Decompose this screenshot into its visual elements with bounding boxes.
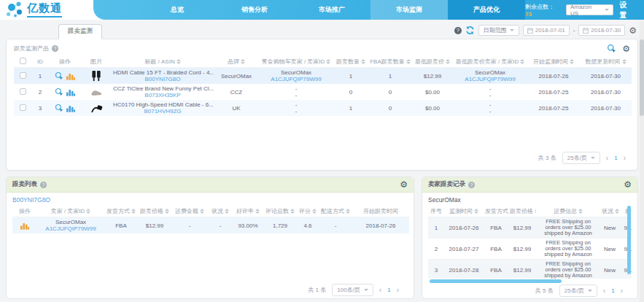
sort-icon[interactable]: [446, 59, 450, 64]
view-detail-icon[interactable]: [55, 88, 63, 96]
asin-link[interactable]: B00YNI7G8O: [145, 76, 181, 82]
sort-icon[interactable]: [535, 209, 536, 214]
gear-icon[interactable]: ⚙: [622, 44, 630, 53]
sort-icon[interactable]: [326, 59, 330, 64]
seller-id-link[interactable]: A1CJUFQIP79W99: [45, 225, 96, 232]
nav-item-sales-analysis[interactable]: 销售分析: [216, 0, 293, 20]
row-checkbox[interactable]: [20, 72, 26, 79]
tab-follow-monitor[interactable]: 跟卖监测: [58, 24, 102, 39]
chart-icon[interactable]: [20, 222, 29, 230]
col-price[interactable]: 跟卖价格: [138, 206, 171, 217]
sort-icon[interactable]: [361, 59, 365, 64]
sort-icon[interactable]: [474, 209, 478, 214]
selected-asin-link[interactable]: B00YNI7G8O: [12, 196, 408, 204]
page-size-select[interactable]: 25条/页: [562, 152, 600, 164]
nav-item-market-monitor[interactable]: 市场监测: [371, 0, 448, 20]
help-icon[interactable]: ?: [454, 27, 462, 34]
view-detail-icon[interactable]: [55, 71, 63, 80]
date-start-input[interactable]: 2018-07-01: [523, 25, 570, 36]
col-reviews[interactable]: 评论总数: [263, 206, 297, 217]
col-brand[interactable]: 品牌: [214, 56, 259, 68]
sort-icon[interactable]: [176, 59, 181, 64]
sort-icon[interactable]: [346, 209, 350, 214]
gear-icon[interactable]: ⚙: [400, 180, 408, 189]
sort-icon[interactable]: [406, 59, 411, 64]
prev-page-button[interactable]: ‹: [606, 155, 608, 162]
date-range-button[interactable]: 日期范围: [478, 25, 519, 36]
chart-icon[interactable]: [66, 88, 75, 96]
col-start-time[interactable]: 开始监测时间: [527, 56, 580, 68]
next-page-button[interactable]: ›: [621, 287, 623, 295]
seller-id-link[interactable]: A1CJUFQIP79W99: [465, 76, 515, 82]
page-size-select[interactable]: 25条/页: [559, 284, 597, 297]
sort-icon[interactable]: [622, 59, 626, 64]
col-rate[interactable]: 好评率: [233, 206, 263, 217]
gear-icon[interactable]: ⚙: [629, 26, 637, 35]
row-checkbox[interactable]: [20, 88, 26, 95]
col-buybox-seller[interactable]: 黄金购物车卖家 / 卖家ID: [259, 56, 333, 68]
col-delivery[interactable]: 配送方式: [319, 206, 352, 217]
col-fba-count[interactable]: FBA跟卖数量: [368, 56, 412, 68]
sort-icon[interactable]: [225, 209, 229, 214]
sort-icon[interactable]: [290, 209, 295, 214]
seller-id-link[interactable]: A1CJUFQIP79W99: [271, 76, 321, 82]
prev-page-button[interactable]: ‹: [603, 287, 605, 295]
col-price[interactable]: 跟卖价格: [508, 206, 536, 217]
sort-icon[interactable]: [255, 209, 260, 214]
store-select[interactable]: Amazon US: [566, 4, 614, 15]
nav-item-product-optimization[interactable]: 产品优化: [448, 0, 525, 20]
refresh-icon[interactable]: [465, 26, 475, 35]
col-lowest-price[interactable]: 最低跟卖价: [412, 56, 453, 68]
sort-icon[interactable]: [241, 59, 245, 64]
col-fee[interactable]: 运费金额: [171, 206, 208, 217]
help-icon[interactable]: ?: [40, 182, 47, 188]
chart-icon[interactable]: [66, 72, 75, 80]
select-all-checkbox[interactable]: [20, 58, 26, 64]
sort-icon[interactable]: [615, 209, 619, 214]
page-scrollbar[interactable]: [640, 20, 644, 302]
col-condition[interactable]: 状况: [208, 206, 233, 217]
row-checkbox[interactable]: [20, 104, 26, 111]
col-seller[interactable]: 卖家 / 卖家ID: [37, 206, 104, 217]
next-page-button[interactable]: ›: [397, 287, 399, 294]
search-filter-icon[interactable]: [607, 44, 616, 53]
date-end-input[interactable]: 2018-07-30: [578, 25, 625, 36]
col-update-time[interactable]: 数据更新时间: [580, 56, 632, 68]
vertical-scrollbar-thumb[interactable]: [627, 206, 631, 274]
sort-icon[interactable]: [570, 59, 574, 64]
sort-icon[interactable]: [200, 209, 204, 214]
col-follow-count[interactable]: 跟卖数量: [333, 56, 368, 68]
chart-icon[interactable]: [66, 104, 75, 112]
col-actions: 操作: [49, 56, 81, 68]
page-number[interactable]: 1: [611, 287, 614, 294]
col-method[interactable]: 发货方式: [104, 206, 138, 217]
col-title-asin[interactable]: 标题 / ASIN: [112, 56, 214, 68]
sort-icon[interactable]: [86, 209, 90, 214]
prev-page-button[interactable]: ‹: [379, 287, 381, 294]
nav-item-marketing[interactable]: 市场推广: [293, 0, 371, 20]
col-condition[interactable]: 状况: [600, 206, 619, 217]
nav-item-overview[interactable]: 总览: [139, 0, 216, 20]
help-icon[interactable]: ?: [52, 45, 58, 52]
page-number[interactable]: 1: [614, 155, 617, 161]
col-method[interactable]: 发货方式: [484, 206, 508, 217]
col-score[interactable]: 评分: [297, 206, 319, 217]
asin-link[interactable]: B073XH35KP: [144, 92, 180, 98]
sort-icon[interactable]: [520, 59, 524, 64]
col-lowest-seller[interactable]: 最低跟卖价卖家 / 卖家ID: [453, 56, 527, 68]
asin-link[interactable]: B071HVH9ZG: [144, 108, 181, 115]
col-time[interactable]: 监测时间: [444, 206, 484, 217]
sort-icon[interactable]: [131, 209, 136, 214]
view-detail-icon[interactable]: [55, 104, 63, 112]
settings-button[interactable]: 设置: [619, 0, 634, 20]
sort-icon[interactable]: [165, 209, 169, 214]
gear-icon[interactable]: ⚙: [624, 180, 632, 189]
col-ship[interactable]: 运费信息: [536, 206, 600, 217]
next-page-button[interactable]: ›: [624, 155, 626, 162]
help-icon[interactable]: ?: [468, 182, 475, 188]
page-size-select[interactable]: 100条/页: [332, 284, 373, 296]
sort-icon[interactable]: [312, 209, 317, 214]
page-scrollbar-thumb[interactable]: [640, 39, 644, 116]
page-number[interactable]: 1: [387, 287, 390, 293]
sort-icon[interactable]: [578, 209, 583, 214]
